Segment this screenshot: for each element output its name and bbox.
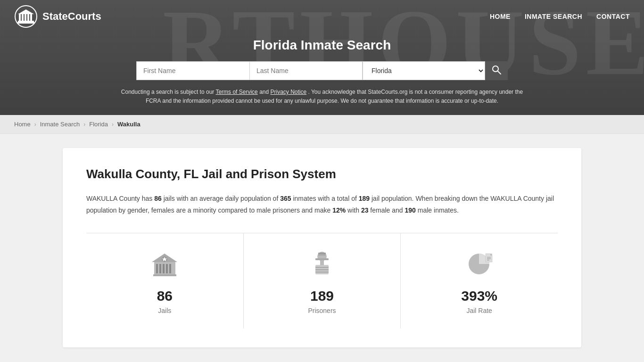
nav-inmate-search[interactable]: INMATE SEARCH (525, 13, 582, 20)
breadcrumb-current: Wakulla (117, 121, 140, 128)
privacy-link[interactable]: Privacy Notice (270, 89, 306, 95)
stats-row: 86 Jails (86, 233, 558, 329)
page-title: Florida Inmate Search (9, 38, 635, 53)
svg-rect-36 (487, 260, 489, 261)
svg-rect-5 (30, 14, 32, 21)
navigation: StateCourts HOME INMATE SEARCH CONTACT (0, 0, 644, 33)
first-name-input[interactable] (136, 61, 249, 80)
nav-contact[interactable]: CONTACT (596, 13, 630, 20)
nav-links: HOME INMATE SEARCH CONTACT (490, 13, 630, 20)
svg-rect-15 (156, 264, 158, 273)
prisoners-number: 189 (310, 288, 334, 304)
jails-label: Jails (158, 307, 171, 314)
logo-icon (14, 5, 38, 28)
svg-rect-35 (487, 258, 491, 259)
header-content: Florida Inmate Search Select State Alaba… (0, 33, 644, 115)
disclaimer-and: and (259, 89, 270, 95)
main-content: Wakulla County, FL Jail and Prison Syste… (0, 134, 644, 362)
content-description: WAKULLA County has 86 jails with an aver… (86, 193, 558, 216)
svg-rect-1 (19, 14, 21, 21)
svg-rect-24 (318, 255, 326, 255)
svg-rect-2 (22, 14, 24, 21)
terms-link[interactable]: Terms of Service (215, 89, 257, 95)
breadcrumb-inmate-search[interactable]: Inmate Search (40, 121, 80, 128)
svg-rect-22 (315, 258, 329, 260)
breadcrumb-florida[interactable]: Florida (89, 121, 108, 128)
search-bar: Select State Alabama Alaska Arizona Arka… (9, 61, 635, 80)
content-title: Wakulla County, FL Jail and Prison Syste… (86, 167, 558, 181)
content-card: Wakulla County, FL Jail and Prison Syste… (63, 148, 581, 347)
svg-marker-6 (18, 9, 34, 14)
breadcrumb: Home › Inmate Search › Florida › Wakulla (0, 115, 644, 134)
svg-rect-16 (159, 264, 161, 273)
prisoners-label: Prisoners (308, 307, 336, 314)
breadcrumb-home[interactable]: Home (14, 121, 31, 128)
nav-home[interactable]: HOME (490, 13, 511, 20)
svg-line-10 (498, 71, 501, 74)
svg-rect-19 (169, 264, 171, 273)
svg-rect-26 (315, 267, 329, 268)
svg-point-9 (493, 66, 498, 72)
jail-rate-label: Jail Rate (466, 307, 492, 314)
stat-jail-rate: 393% Jail Rate (401, 233, 558, 329)
stat-jails: 86 Jails (86, 233, 244, 329)
disclaimer: Conducting a search is subject to our Te… (119, 88, 525, 106)
logo-text: StateCourts (42, 10, 101, 23)
svg-rect-28 (315, 272, 329, 273)
header: RTHOUSE StateCourts HOME INMATE SEARCH (0, 0, 644, 115)
breadcrumb-sep-2: › (83, 121, 85, 128)
svg-rect-23 (318, 253, 326, 254)
search-icon (492, 65, 501, 77)
svg-rect-8 (17, 22, 35, 24)
svg-rect-3 (25, 14, 26, 21)
breadcrumb-sep-1: › (34, 121, 36, 128)
jails-number: 86 (157, 288, 173, 304)
prisoner-icon (305, 247, 339, 280)
svg-rect-4 (27, 14, 29, 21)
jails-icon (148, 247, 181, 280)
svg-rect-7 (18, 21, 34, 22)
svg-rect-17 (163, 264, 165, 273)
search-button[interactable] (485, 61, 508, 80)
logo-link[interactable]: StateCourts (14, 5, 101, 28)
svg-rect-27 (315, 269, 329, 271)
svg-rect-20 (153, 274, 176, 276)
state-select[interactable]: Select State Alabama Alaska Arizona Arka… (363, 61, 485, 80)
stat-prisoners: 189 Prisoners (244, 233, 401, 329)
jail-rate-number: 393% (461, 288, 497, 304)
breadcrumb-sep-3: › (112, 121, 114, 128)
pie-chart-icon (463, 247, 496, 280)
svg-rect-34 (487, 257, 491, 258)
last-name-input[interactable] (249, 61, 363, 80)
svg-rect-29 (320, 261, 324, 265)
svg-rect-18 (166, 264, 168, 273)
disclaimer-prefix: Conducting a search is subject to our (121, 89, 216, 95)
